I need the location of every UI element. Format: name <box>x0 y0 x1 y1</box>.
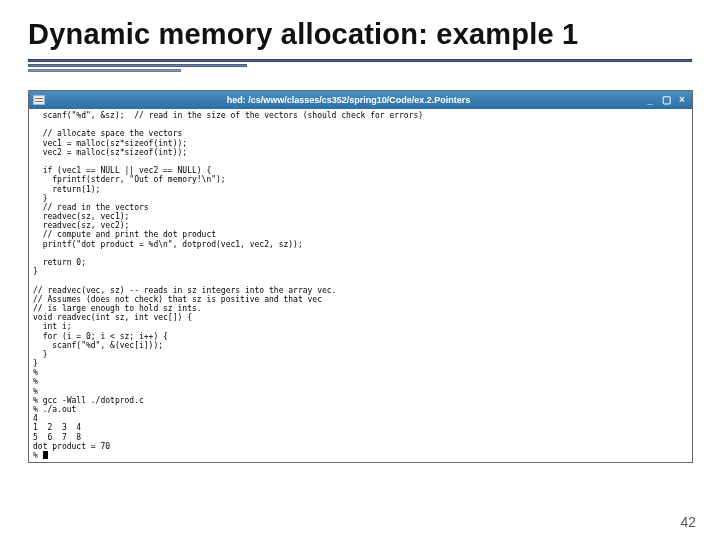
code-listing: scanf("%d", &sz); // read in the size of… <box>33 111 688 460</box>
page-number: 42 <box>680 514 696 530</box>
slide-title: Dynamic memory allocation: example 1 <box>28 18 692 51</box>
terminal-screenshot: hed: /cs/www/classes/cs352/spring10/Code… <box>28 90 693 463</box>
code-text: scanf("%d", &sz); // read in the size of… <box>33 111 423 460</box>
title-underline <box>28 59 692 72</box>
window-titlebar: hed: /cs/www/classes/cs352/spring10/Code… <box>29 91 692 109</box>
minimize-icon: _ <box>644 94 656 106</box>
window-title: hed: /cs/www/classes/cs352/spring10/Code… <box>53 96 644 105</box>
maximize-icon: ▢ <box>660 94 672 106</box>
cursor-icon <box>43 451 48 459</box>
terminal-body: scanf("%d", &sz); // read in the size of… <box>29 109 692 462</box>
window-menu-icon <box>33 95 45 105</box>
close-icon: × <box>676 94 688 106</box>
